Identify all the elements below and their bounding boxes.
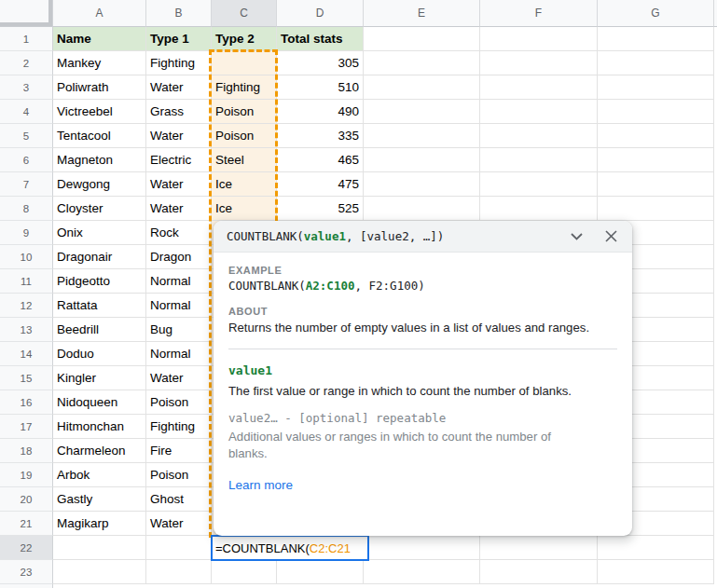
cell-A3[interactable]: Poliwrath: [53, 75, 146, 100]
row-header-2[interactable]: 2: [0, 51, 53, 75]
row-header-14[interactable]: 14: [0, 342, 53, 366]
row-header-17[interactable]: 17: [0, 415, 53, 439]
cell-D2[interactable]: 305: [277, 51, 364, 75]
row-header-13[interactable]: 13: [0, 318, 53, 342]
column-header-G[interactable]: G: [598, 0, 714, 27]
cell-G6[interactable]: [598, 148, 714, 172]
column-header-C[interactable]: C: [212, 0, 277, 27]
cell-E5[interactable]: [364, 124, 480, 148]
cell-G22[interactable]: [598, 536, 714, 560]
cell-B18[interactable]: Fire: [146, 439, 212, 463]
cell-A11[interactable]: Pidgeotto: [53, 269, 146, 294]
cell-A20[interactable]: Gastly: [53, 487, 146, 512]
cell-A10[interactable]: Dragonair: [53, 245, 146, 269]
cell-B21[interactable]: Water: [146, 512, 212, 536]
cell-A13[interactable]: Beedrill: [53, 318, 146, 342]
row-header-8[interactable]: 8: [0, 197, 53, 221]
cell-F2[interactable]: [480, 51, 598, 75]
cell-C7[interactable]: Ice: [212, 172, 277, 197]
cell-A4[interactable]: Victreebel: [53, 100, 146, 124]
cell-F22[interactable]: [480, 536, 598, 560]
cell-E23[interactable]: [364, 560, 480, 584]
cell-C2[interactable]: [212, 51, 277, 75]
cell-C23[interactable]: [212, 560, 277, 584]
cell-F7[interactable]: [480, 172, 598, 197]
cell-C5[interactable]: Poison: [212, 124, 277, 148]
column-header-E[interactable]: E: [364, 0, 480, 27]
cell-D5[interactable]: 335: [277, 124, 364, 148]
column-header-A[interactable]: A: [53, 0, 146, 27]
cell-F23[interactable]: [480, 560, 598, 584]
cell-B2[interactable]: Fighting: [146, 51, 212, 75]
cell-B9[interactable]: Rock: [146, 221, 212, 245]
cell-G1[interactable]: [598, 27, 714, 51]
cell-F8[interactable]: [480, 197, 598, 221]
cell-B5[interactable]: Water: [146, 124, 212, 148]
cell-B4[interactable]: Grass: [146, 100, 212, 124]
row-header-23[interactable]: 23: [0, 560, 53, 584]
cell-E7[interactable]: [364, 172, 480, 197]
chevron-down-icon[interactable]: [571, 233, 583, 240]
cell-E22[interactable]: [364, 536, 480, 560]
row-header-16[interactable]: 16: [0, 390, 53, 415]
cell-A7[interactable]: Dewgong: [53, 172, 146, 197]
cell-E4[interactable]: [364, 100, 480, 124]
cell-D7[interactable]: 475: [277, 172, 364, 197]
formula-editing-cell[interactable]: =COUNTBLANK(C2:C21: [211, 535, 369, 561]
cell-F1[interactable]: [480, 27, 598, 51]
row-header-19[interactable]: 19: [0, 463, 53, 487]
cell-B6[interactable]: Electric: [146, 148, 212, 172]
cell-G8[interactable]: [598, 197, 714, 221]
row-header-4[interactable]: 4: [0, 100, 53, 124]
cell-B3[interactable]: Water: [146, 75, 212, 100]
cell-F4[interactable]: [480, 100, 598, 124]
row-header-6[interactable]: 6: [0, 148, 53, 172]
cell-G3[interactable]: [598, 75, 714, 100]
cell-B12[interactable]: Normal: [146, 294, 212, 318]
cell-A22[interactable]: [53, 536, 146, 560]
column-header-B[interactable]: B: [146, 0, 212, 27]
cell-A21[interactable]: Magikarp: [53, 512, 146, 536]
close-icon[interactable]: [605, 230, 617, 242]
cell-E8[interactable]: [364, 197, 480, 221]
cell-C1[interactable]: Type 2: [212, 27, 277, 51]
cell-G4[interactable]: [598, 100, 714, 124]
cell-B16[interactable]: Poison: [146, 390, 212, 415]
cell-D23[interactable]: [277, 560, 364, 584]
cell-B17[interactable]: Fighting: [146, 415, 212, 439]
cell-F6[interactable]: [480, 148, 598, 172]
cell-A15[interactable]: Kingler: [53, 366, 146, 390]
cell-D3[interactable]: 510: [277, 75, 364, 100]
cell-A19[interactable]: Arbok: [53, 463, 146, 487]
cell-A17[interactable]: Hitmonchan: [53, 415, 146, 439]
row-header-21[interactable]: 21: [0, 512, 53, 536]
cell-G2[interactable]: [598, 51, 714, 75]
cell-A6[interactable]: Magneton: [53, 148, 146, 172]
row-header-7[interactable]: 7: [0, 172, 53, 197]
row-header-3[interactable]: 3: [0, 75, 53, 100]
cell-B23[interactable]: [146, 560, 212, 584]
cell-B20[interactable]: Ghost: [146, 487, 212, 512]
row-header-10[interactable]: 10: [0, 245, 53, 269]
cell-D4[interactable]: 490: [277, 100, 364, 124]
cell-D8[interactable]: 525: [277, 197, 364, 221]
cell-B11[interactable]: Normal: [146, 269, 212, 294]
cell-G7[interactable]: [598, 172, 714, 197]
cell-B7[interactable]: Water: [146, 172, 212, 197]
cell-B8[interactable]: Water: [146, 197, 212, 221]
column-header-F[interactable]: F: [480, 0, 598, 27]
cell-A12[interactable]: Rattata: [53, 294, 146, 318]
cell-C3[interactable]: Fighting: [212, 75, 277, 100]
select-all-corner[interactable]: [0, 0, 53, 27]
cell-C4[interactable]: Poison: [212, 100, 277, 124]
row-header-5[interactable]: 5: [0, 124, 53, 148]
row-header-12[interactable]: 12: [0, 294, 53, 318]
row-header-15[interactable]: 15: [0, 366, 53, 390]
learn-more-link[interactable]: Learn more: [228, 478, 293, 492]
row-header-22[interactable]: 22: [0, 536, 53, 560]
cell-E3[interactable]: [364, 75, 480, 100]
cell-B1[interactable]: Type 1: [146, 27, 212, 51]
row-header-20[interactable]: 20: [0, 487, 53, 512]
cell-E1[interactable]: [364, 27, 480, 51]
cell-F5[interactable]: [480, 124, 598, 148]
